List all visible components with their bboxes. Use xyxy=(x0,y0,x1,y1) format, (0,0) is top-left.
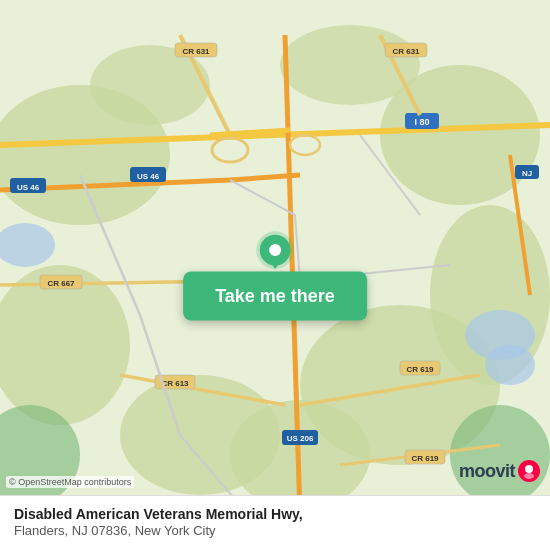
svg-point-7 xyxy=(450,405,550,505)
svg-point-64 xyxy=(525,465,533,473)
svg-point-65 xyxy=(524,473,534,479)
cta-wrapper: Take me there xyxy=(183,230,367,321)
svg-point-10 xyxy=(280,25,420,105)
svg-text:NJ: NJ xyxy=(522,169,532,178)
svg-point-12 xyxy=(485,345,535,385)
svg-point-13 xyxy=(0,223,55,267)
moovit-logo-icon xyxy=(518,460,540,482)
svg-text:CR 667: CR 667 xyxy=(47,279,75,288)
svg-text:CR 631: CR 631 xyxy=(392,47,420,56)
svg-text:I 80: I 80 xyxy=(414,117,429,127)
svg-text:CR 619: CR 619 xyxy=(411,454,439,463)
location-sub: Flanders, NJ 07836, New York City xyxy=(14,523,536,538)
svg-text:CR 631: CR 631 xyxy=(182,47,210,56)
svg-point-56 xyxy=(212,138,248,162)
svg-text:CR 613: CR 613 xyxy=(161,379,189,388)
svg-point-61 xyxy=(269,244,281,256)
moovit-logo: moovit xyxy=(459,460,540,482)
take-me-there-button[interactable]: Take me there xyxy=(183,272,367,321)
location-card: Disabled American Veterans Memorial Hwy,… xyxy=(0,495,550,550)
moovit-text: moovit xyxy=(459,461,515,482)
map-container: I 80 US 46 US 46 CR 631 CR 631 NJ US 206… xyxy=(0,0,550,550)
svg-text:US 46: US 46 xyxy=(17,183,40,192)
map-pin-icon xyxy=(251,230,299,278)
svg-point-57 xyxy=(290,135,320,155)
svg-text:CR 619: CR 619 xyxy=(406,365,434,374)
svg-text:US 46: US 46 xyxy=(137,172,160,181)
map-attribution: © OpenStreetMap contributors xyxy=(6,476,134,488)
svg-text:US 206: US 206 xyxy=(287,434,314,443)
svg-line-54 xyxy=(230,180,295,215)
location-name: Disabled American Veterans Memorial Hwy, xyxy=(14,506,536,522)
attribution-text: © OpenStreetMap contributors xyxy=(9,477,131,487)
